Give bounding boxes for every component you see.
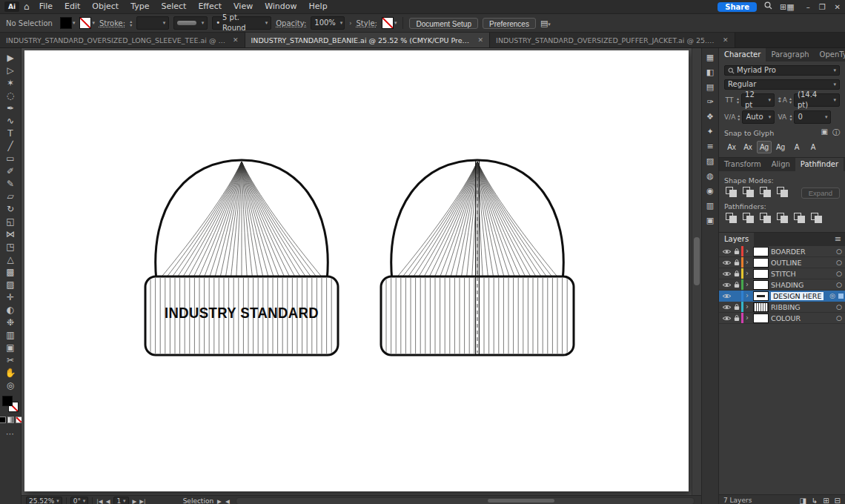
layer-row-outline[interactable]: ›OUTLINE○ — [719, 257, 845, 268]
curvature-tool[interactable]: ∿ — [1, 114, 19, 127]
lock-icon[interactable] — [732, 259, 741, 266]
font-style-select[interactable]: Regular — [724, 79, 840, 90]
layers-panel-tab[interactable]: Layers — [719, 233, 754, 246]
menu-type[interactable]: Type — [125, 0, 154, 13]
share-button[interactable]: Share — [718, 2, 757, 12]
lasso-tool[interactable]: ◌ — [1, 89, 19, 102]
pen-tool[interactable]: ✒ — [1, 102, 19, 114]
lock-icon[interactable] — [732, 314, 741, 322]
fill-proxy-swatch[interactable] — [2, 396, 13, 406]
transparency-panel-icon[interactable]: ◍ — [706, 171, 714, 181]
first-artboard-button[interactable]: |◀ — [96, 498, 102, 504]
panel-tab-opentype[interactable]: OpenType — [815, 48, 845, 62]
layer-target-circle[interactable]: ◎ — [828, 292, 837, 299]
menu-file[interactable]: File — [34, 0, 58, 13]
expand-chevron-icon[interactable]: › — [743, 258, 751, 267]
expand-chevron-icon[interactable]: › — [743, 280, 751, 289]
layer-row-ribbing[interactable]: ›RIBBING○ — [719, 302, 845, 313]
layer-name[interactable]: STITCH — [771, 270, 835, 278]
menu-view[interactable]: View — [228, 0, 258, 13]
edit-toolbar-button[interactable]: ⋯ — [6, 429, 15, 439]
snap-to-baseline-button[interactable]: Ax — [724, 141, 739, 153]
layer-target-circle[interactable]: ○ — [835, 259, 844, 266]
horizontal-scrollbar-thumb[interactable] — [488, 499, 554, 503]
vertical-scrollbar-thumb[interactable] — [694, 237, 700, 285]
visibility-eye-icon[interactable] — [720, 304, 732, 311]
gradient-panel-icon[interactable]: ▨ — [706, 156, 714, 166]
stroke-color-control[interactable]: ▾ — [79, 17, 95, 29]
panel-tab-align[interactable]: Align — [766, 158, 795, 171]
snap-info-icon[interactable]: ⓘ — [832, 127, 840, 138]
fill-chevron-icon[interactable]: ▾ — [73, 20, 76, 26]
panel-menu-icon[interactable] — [831, 233, 845, 246]
shape-mode-minus-front-button[interactable] — [741, 187, 755, 199]
search-icon[interactable] — [764, 1, 772, 12]
panel-tab-transform[interactable]: Transform — [719, 158, 766, 171]
font-size-select[interactable]: 12 pt — [741, 93, 775, 107]
tab-close-button[interactable]: ✕ — [723, 36, 729, 44]
shape-mode-exclude-button[interactable] — [775, 187, 789, 199]
layer-name[interactable]: COLOUR — [771, 314, 835, 322]
scroll-left-arrow-icon[interactable]: ◀ — [225, 498, 230, 504]
leading-stepper[interactable] — [789, 96, 792, 104]
layer-row-colour[interactable]: ›COLOUR○ — [719, 313, 845, 324]
fill-color-swatch[interactable] — [60, 17, 72, 29]
gradient-tool[interactable]: ▨ — [1, 278, 19, 291]
status-options-arrow-icon[interactable]: ▶ — [217, 498, 222, 504]
visibility-eye-icon[interactable] — [720, 282, 732, 288]
fill-stroke-proxy[interactable] — [2, 396, 19, 412]
pathfinder-outline-button[interactable] — [792, 213, 806, 225]
appearance-panel-icon[interactable]: ◉ — [706, 186, 714, 196]
mesh-tool[interactable]: ▩ — [1, 265, 19, 278]
horizontal-scrollbar[interactable] — [236, 497, 695, 504]
kerning-stepper[interactable] — [738, 113, 740, 121]
delete-layer-button[interactable]: ⊟ — [835, 497, 841, 504]
layer-target-circle[interactable]: ○ — [835, 270, 844, 277]
width-profile-select[interactable] — [173, 16, 208, 30]
panel-tab-paragraph[interactable]: Paragraph — [766, 48, 814, 62]
zoom-tool[interactable]: ◎ — [1, 379, 19, 391]
type-tool[interactable]: T — [1, 127, 19, 139]
glyph-guides-icon[interactable]: ▣ — [821, 127, 828, 138]
style-label[interactable]: Style: — [356, 19, 377, 27]
direct-selection-tool[interactable]: ▷ — [1, 64, 19, 76]
control-options-icon[interactable]: ▤▾ — [540, 19, 551, 28]
layer-target-circle[interactable]: ○ — [835, 281, 844, 288]
minimize-button[interactable]: – — [806, 3, 810, 11]
layer-row-stitch[interactable]: ›STITCH○ — [719, 268, 845, 279]
expand-chevron-icon[interactable]: › — [743, 247, 751, 256]
style-swatch[interactable] — [382, 17, 394, 29]
expand-button[interactable]: Expand — [801, 188, 840, 199]
fill-color-control[interactable]: ▾ — [60, 17, 76, 29]
next-artboard-button[interactable]: ▶ — [133, 498, 137, 504]
scale-tool[interactable]: ◱ — [1, 215, 19, 228]
layer-name[interactable]: SHADING — [771, 281, 835, 289]
rotate-tool[interactable]: ↻ — [1, 202, 19, 215]
menu-effect[interactable]: Effect — [193, 0, 227, 13]
layer-row-shading[interactable]: ›SHADING○ — [719, 279, 845, 291]
menu-edit[interactable]: Edit — [59, 0, 85, 13]
color-mode-button[interactable] — [0, 417, 6, 423]
perspective-grid-tool[interactable]: △ — [1, 253, 19, 265]
pathfinder-trim-button[interactable] — [741, 213, 755, 225]
document-tab-active[interactable]: INDUSTRY_STANDARD_BEANIE.ai @ 25.52 % (C… — [245, 33, 491, 47]
graphic-styles-panel-icon[interactable]: ✦ — [706, 127, 713, 136]
brushes-panel-icon[interactable]: ✑ — [706, 97, 713, 107]
stroke-chevron-icon[interactable]: ▾ — [92, 20, 95, 26]
menu-object[interactable]: Object — [87, 0, 124, 13]
expand-chevron-icon[interactable]: › — [743, 269, 751, 278]
tab-close-button[interactable]: ✕ — [478, 36, 484, 44]
width-tool[interactable]: ⋈ — [1, 228, 19, 240]
lock-icon[interactable] — [732, 270, 741, 277]
rectangle-tool[interactable]: ▭ — [1, 152, 19, 165]
selection-tool[interactable]: ▶ — [1, 51, 19, 64]
app-logo[interactable]: Ai — [4, 1, 19, 12]
layer-name[interactable]: OUTLINE — [771, 259, 835, 267]
preferences-button[interactable]: Preferences — [483, 18, 536, 29]
workspace-switcher-icon[interactable]: ▦ — [786, 2, 794, 12]
shape-mode-intersect-button[interactable] — [758, 187, 772, 199]
stroke-color-swatch[interactable] — [79, 17, 91, 29]
pencil-tool[interactable]: ✎ — [1, 177, 19, 190]
pathfinder-minus-back-button[interactable] — [809, 213, 824, 225]
pathfinder-divide-button[interactable] — [724, 213, 738, 225]
